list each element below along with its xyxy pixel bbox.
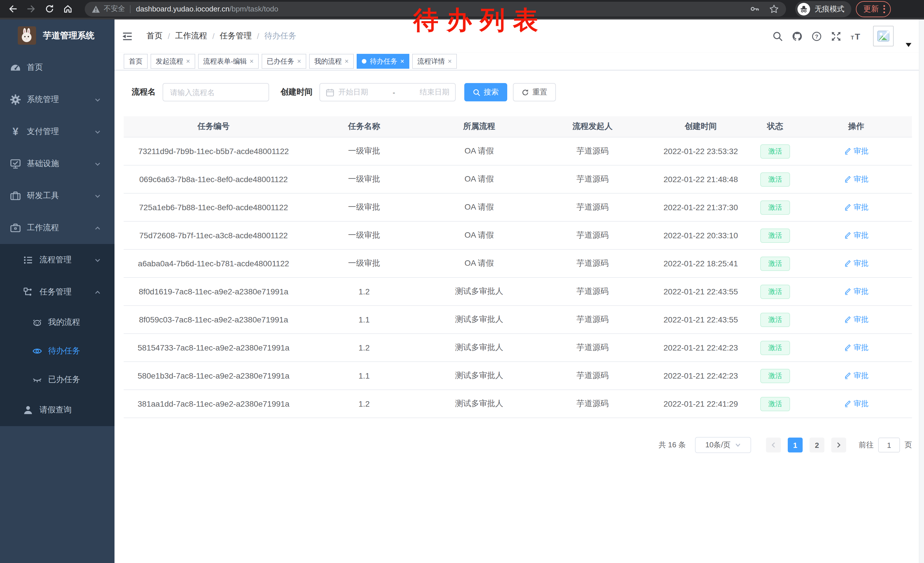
search-button[interactable]: 搜索 bbox=[464, 83, 507, 101]
approve-label: 审批 bbox=[854, 258, 868, 269]
process-cell: 测试多审批人 bbox=[425, 342, 534, 353]
column-header: 任务编号 bbox=[124, 122, 303, 132]
sidebar-item-label: 我的流程 bbox=[48, 317, 80, 327]
sidebar-item-home[interactable]: 首页 bbox=[0, 51, 114, 84]
page-size-select[interactable]: 10条/页 bbox=[695, 437, 751, 453]
url-path[interactable]: /bpm/task/todo bbox=[230, 5, 279, 13]
font-size-icon[interactable]: TT bbox=[850, 31, 861, 42]
page-button-2[interactable]: 2 bbox=[810, 438, 824, 452]
breadcrumb-item[interactable]: 工作流程 bbox=[175, 31, 207, 41]
avatar[interactable] bbox=[873, 26, 894, 47]
home-icon[interactable] bbox=[63, 4, 73, 14]
url-host[interactable]: dashboard.yudao.iocoder.cn bbox=[136, 5, 230, 13]
sidebar-item-label: 首页 bbox=[27, 62, 43, 73]
fullscreen-icon[interactable] bbox=[831, 31, 842, 42]
task-id-cell: 8f059c03-7ac8-11ec-a9e2-a2380e71991a bbox=[124, 315, 303, 324]
update-chip[interactable]: 更新 bbox=[856, 1, 891, 17]
reload-icon[interactable] bbox=[45, 4, 54, 14]
created-time-cell: 2022-01-21 22:43:55 bbox=[651, 315, 750, 324]
task-id-cell: 8f0d1619-7ac8-11ec-a9e2-a2380e71991a bbox=[124, 287, 303, 296]
close-icon[interactable]: × bbox=[297, 58, 301, 65]
approve-link[interactable]: 审批 bbox=[844, 230, 868, 240]
sidebar-item-process-mgmt[interactable]: 流程管理 bbox=[0, 244, 114, 276]
tab-label: 发起流程 bbox=[156, 56, 183, 66]
bookmark-star-icon[interactable] bbox=[769, 4, 779, 14]
app-logo-row[interactable]: 芋道管理系统 bbox=[0, 20, 114, 51]
search-button-label: 搜索 bbox=[484, 87, 499, 98]
sidebar-item-devtools[interactable]: 研发工具 bbox=[0, 180, 114, 212]
status-cell: 激活 bbox=[750, 369, 800, 383]
range-separator: - bbox=[372, 88, 416, 96]
tab-process-detail[interactable]: 流程详情× bbox=[412, 54, 457, 69]
approve-link[interactable]: 审批 bbox=[844, 371, 868, 381]
close-icon[interactable]: × bbox=[186, 58, 190, 65]
sidebar-item-done-tasks[interactable]: 已办任务 bbox=[0, 365, 114, 394]
sidebar-item-leave-query[interactable]: 请假查询 bbox=[0, 394, 114, 426]
end-date-placeholder[interactable]: 结束日期 bbox=[420, 87, 449, 98]
close-icon[interactable]: × bbox=[448, 58, 452, 65]
approve-link[interactable]: 审批 bbox=[844, 342, 868, 353]
approve-link[interactable]: 审批 bbox=[844, 286, 868, 297]
help-icon[interactable]: ? bbox=[811, 31, 822, 42]
search-icon[interactable] bbox=[772, 31, 783, 42]
github-icon[interactable] bbox=[792, 31, 802, 42]
forward-icon[interactable] bbox=[26, 4, 36, 14]
approve-link[interactable]: 审批 bbox=[844, 202, 868, 213]
sidebar-item-my-process[interactable]: 我的流程 bbox=[0, 308, 114, 337]
browser-menu-icon[interactable] bbox=[884, 5, 885, 13]
close-icon[interactable]: × bbox=[345, 58, 349, 65]
sidebar-item-infra[interactable]: 基础设施 bbox=[0, 148, 114, 180]
approve-link[interactable]: 审批 bbox=[844, 399, 868, 409]
sidebar-item-payment[interactable]: ¥ 支付管理 bbox=[0, 116, 114, 148]
broken-image-icon bbox=[877, 30, 890, 42]
tab-home[interactable]: 首页 bbox=[124, 54, 148, 69]
sidebar-menu: 首页 系统管理 ¥ 支付管理 基础设施 bbox=[0, 51, 114, 426]
tab-my-process[interactable]: 我的流程× bbox=[309, 54, 354, 69]
tab-form-edit[interactable]: 流程表单-编辑× bbox=[198, 54, 259, 69]
briefcase-icon bbox=[10, 222, 21, 234]
approve-link[interactable]: 审批 bbox=[844, 174, 868, 185]
approve-link[interactable]: 审批 bbox=[844, 314, 868, 325]
chevron-right-icon bbox=[836, 442, 842, 448]
approve-link[interactable]: 审批 bbox=[844, 146, 868, 156]
approve-label: 审批 bbox=[854, 146, 868, 156]
table-row: 8f0d1619-7ac8-11ec-a9e2-a2380e71991a 1.2… bbox=[124, 278, 912, 306]
action-cell: 审批 bbox=[800, 174, 912, 185]
reset-button[interactable]: 重置 bbox=[513, 83, 556, 101]
initiator-cell: 芋道源码 bbox=[534, 314, 651, 325]
security-label[interactable]: 不安全 bbox=[104, 4, 125, 14]
caret-down-icon[interactable] bbox=[906, 39, 911, 43]
approve-link[interactable]: 审批 bbox=[844, 258, 868, 269]
sidebar-collapse-icon[interactable] bbox=[122, 31, 133, 42]
sidebar-item-todo-tasks[interactable]: 待办任务 bbox=[0, 337, 114, 365]
tab-done-tasks[interactable]: 已办任务× bbox=[262, 54, 306, 69]
close-icon[interactable]: × bbox=[400, 58, 404, 65]
update-label[interactable]: 更新 bbox=[863, 4, 879, 14]
tab-todo-tasks[interactable]: 待办任务× bbox=[357, 54, 410, 69]
start-date-placeholder[interactable]: 开始日期 bbox=[338, 87, 368, 98]
page-button-1[interactable]: 1 bbox=[788, 438, 802, 452]
initiator-cell: 芋道源码 bbox=[534, 371, 651, 381]
breadcrumb-item[interactable]: 任务管理 bbox=[220, 31, 252, 41]
sidebar-item-label: 系统管理 bbox=[27, 95, 59, 105]
process-name-input[interactable] bbox=[163, 83, 269, 101]
table-body: 73211d9d-7b9b-11ec-b5b7-acde48001122 一级审… bbox=[124, 137, 912, 418]
dashboard-icon bbox=[10, 62, 21, 73]
initiator-cell: 芋道源码 bbox=[534, 174, 651, 185]
sidebar-item-task-mgmt[interactable]: 任务管理 bbox=[0, 276, 114, 308]
tab-start-process[interactable]: 发起流程× bbox=[151, 54, 195, 69]
table-row: 725a1eb6-7b88-11ec-8ef0-acde48001122 一级审… bbox=[124, 194, 912, 222]
close-icon[interactable]: × bbox=[250, 58, 254, 65]
date-range-picker[interactable]: 开始日期 - 结束日期 bbox=[320, 83, 456, 101]
created-time-cell: 2022-01-21 22:42:23 bbox=[651, 371, 750, 380]
scrollbar-track[interactable] bbox=[919, 20, 924, 563]
tab-label: 首页 bbox=[129, 56, 142, 66]
sidebar-item-system[interactable]: 系统管理 bbox=[0, 84, 114, 116]
key-icon[interactable] bbox=[750, 4, 760, 14]
back-icon[interactable] bbox=[8, 4, 18, 14]
prev-page-button[interactable] bbox=[766, 438, 781, 452]
next-page-button[interactable] bbox=[831, 438, 846, 452]
breadcrumb-item[interactable]: 首页 bbox=[147, 31, 163, 41]
sidebar-item-workflow[interactable]: 工作流程 bbox=[0, 212, 114, 244]
goto-page-input[interactable] bbox=[878, 438, 900, 452]
